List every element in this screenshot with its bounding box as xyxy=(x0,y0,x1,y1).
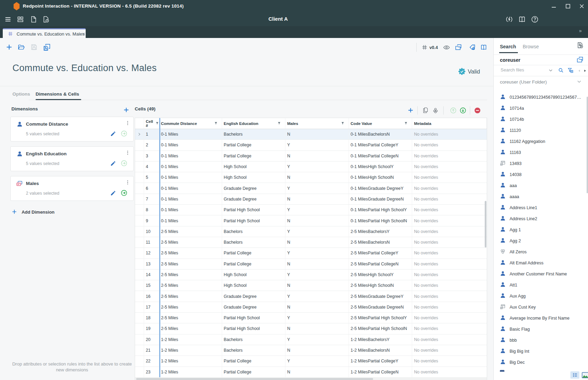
filter-funnel-icon[interactable] xyxy=(277,121,281,126)
documentation-icon[interactable] xyxy=(518,16,526,25)
table-row[interactable]: 231-2 MilesPartial CollegeN1-2 MilesPart… xyxy=(135,367,487,378)
table-row[interactable]: 70-1 MilesGraduate DegreeN0-1 MilesGradu… xyxy=(135,194,487,205)
folder-group-header[interactable]: coreuser (User Folder) xyxy=(500,79,547,85)
table-row[interactable]: 172-5 MilesGraduate DegreeN2-5 MilesGrad… xyxy=(135,302,487,313)
save-as-button[interactable] xyxy=(43,43,51,52)
file-list-item[interactable]: All Zeros xyxy=(494,246,586,257)
minimize-button[interactable] xyxy=(549,3,559,11)
move-cell-up-button[interactable] xyxy=(450,107,457,115)
horizontal-scrollbar[interactable] xyxy=(135,377,487,380)
prev-result-icon[interactable] xyxy=(577,68,581,74)
table-row[interactable]: 10-1 MilesBachelorsN0-1 MilesBachelorsNN… xyxy=(135,129,487,140)
vertical-scrollbar[interactable] xyxy=(485,201,486,247)
table-row[interactable]: 221-2 MilesPartial CollegeY1-2 MilesPart… xyxy=(135,356,487,367)
copy-cells-icon[interactable] xyxy=(422,107,429,115)
file-list-item[interactable]: Aux Cust Key xyxy=(494,302,586,313)
add-cell-button[interactable] xyxy=(407,107,414,115)
table-row[interactable]: 122-5 MilesPartial CollegeY2-5 MilesPart… xyxy=(135,248,487,259)
go-to-dimension-icon[interactable] xyxy=(121,160,127,168)
file-list-item[interactable]: 13493 xyxy=(494,158,586,169)
file-list-item[interactable]: Average Income By First Name xyxy=(494,313,586,324)
table-row[interactable]: 60-1 MilesGraduate DegreeY0-1 MilesGradu… xyxy=(135,183,487,194)
help-icon[interactable] xyxy=(531,16,539,25)
column-header-males[interactable]: Males xyxy=(285,118,349,129)
tab-options[interactable]: Options xyxy=(12,91,30,97)
column-header-commute-distance[interactable]: Commute Distance xyxy=(159,118,222,129)
edit-pencil-icon[interactable] xyxy=(110,190,116,197)
move-cell-down-button[interactable] xyxy=(459,107,466,115)
dimension-card-commute-distance[interactable]: Commute Distance 5 values selected xyxy=(10,117,134,142)
recent-files-icon[interactable] xyxy=(42,16,50,25)
table-row[interactable]: 132-5 MilesPartial CollegeN2-5 MilesPart… xyxy=(135,259,487,270)
tag-database-icon[interactable] xyxy=(469,44,476,52)
document-icon[interactable] xyxy=(30,16,37,25)
matrix-version-icon[interactable] xyxy=(421,44,428,52)
column-header-cell-[interactable]: Cell # xyxy=(144,118,159,129)
file-list-item[interactable]: 0123456789012345678901234567890123456789… xyxy=(494,92,586,103)
column-header-english-education[interactable]: English Education xyxy=(222,118,286,129)
row-expander-icon[interactable] xyxy=(135,129,144,139)
table-row[interactable]: 112-5 MilesBachelorsN2-5 MilesBachelorsN… xyxy=(135,237,487,248)
collapse-folder-chevron-icon[interactable] xyxy=(577,79,582,86)
file-list-item[interactable]: aaaa xyxy=(494,191,586,202)
open-button[interactable] xyxy=(18,43,25,52)
image-view-toggle[interactable] xyxy=(581,371,588,379)
preview-eye-icon[interactable] xyxy=(443,44,450,52)
file-list-item[interactable]: Aux Agg xyxy=(494,291,586,302)
filter-results-icon[interactable] xyxy=(568,67,573,75)
file-list-item[interactable]: Basic Flag xyxy=(494,324,586,335)
kebab-menu-icon[interactable] xyxy=(125,179,131,187)
search-query[interactable]: coreuser xyxy=(500,57,520,63)
table-row[interactable]: 162-5 MilesGraduate DegreeY2-5 MilesGrad… xyxy=(135,291,487,302)
file-list-item[interactable]: Big Dec xyxy=(494,357,586,368)
sidebar-tab-browse[interactable]: Browse xyxy=(523,44,539,49)
table-row[interactable]: 142-5 MilesHigh SchoolY2-5 MilesHigh Sch… xyxy=(135,270,487,280)
edit-pencil-icon[interactable] xyxy=(110,160,116,168)
file-list-item[interactable]: Big Big Int xyxy=(494,346,586,357)
dimension-card-english-education[interactable]: English Education 5 values selected xyxy=(10,146,134,171)
table-row[interactable]: 182-5 MilesPartial High SchoolY2-5 Miles… xyxy=(135,313,487,323)
search-options-chevron-icon[interactable] xyxy=(548,68,553,74)
filter-funnel-icon[interactable] xyxy=(341,121,344,126)
file-list-item[interactable]: Another Customer First Name xyxy=(494,269,586,280)
search-files-input[interactable] xyxy=(500,67,548,73)
file-list-item[interactable]: bbb xyxy=(494,335,586,346)
connection-icon[interactable] xyxy=(505,16,513,25)
new-button[interactable] xyxy=(6,43,13,52)
table-row[interactable]: 20-1 MilesPartial CollegeY0-1 MilesParti… xyxy=(135,140,487,150)
kebab-menu-icon[interactable] xyxy=(125,120,131,127)
sidebar-tab-search[interactable]: Search xyxy=(500,44,516,49)
list-view-toggle[interactable] xyxy=(570,371,579,379)
save-button[interactable] xyxy=(30,43,38,52)
tab-overflow-chevron[interactable]: » xyxy=(579,28,582,33)
dimension-card-males[interactable]: Males 2 values selected xyxy=(10,176,134,201)
file-list-item[interactable]: Att1 xyxy=(494,280,586,291)
file-list-item[interactable]: 11120 xyxy=(494,125,586,136)
tab-commute-vs-education-vs-males[interactable]: Commute vs. Education vs. Males xyxy=(3,28,86,39)
edit-pencil-icon[interactable] xyxy=(110,131,116,138)
filter-funnel-icon[interactable] xyxy=(404,121,408,126)
column-header-metadata[interactable]: Metadata xyxy=(412,118,487,129)
file-list-item[interactable]: Agg 2 xyxy=(494,235,586,246)
main-menu-button[interactable] xyxy=(4,16,12,25)
column-header-code-value[interactable]: Code Value xyxy=(349,118,412,129)
table-row[interactable]: 152-5 MilesHigh SchoolN2-5 MilesHigh Sch… xyxy=(135,280,487,291)
generate-cells-icon[interactable] xyxy=(432,107,439,115)
sidebar-scrollbar[interactable] xyxy=(587,97,588,193)
folder-copy-icon[interactable] xyxy=(455,44,462,52)
reference-book-icon[interactable] xyxy=(480,44,487,52)
table-row[interactable]: 201-2 MilesBachelorsY1-2 MilesBachelorsY… xyxy=(135,334,487,345)
table-row[interactable]: 192-5 MilesPartial High SchoolN2-5 Miles… xyxy=(135,323,487,334)
go-to-dimension-icon[interactable] xyxy=(121,189,127,198)
file-list-item[interactable]: Agg 1 xyxy=(494,224,586,235)
next-result-icon[interactable] xyxy=(583,68,587,74)
open-file-copy-icon[interactable] xyxy=(577,56,584,65)
search-icon[interactable] xyxy=(558,67,564,75)
go-to-dimension-icon[interactable] xyxy=(121,130,127,138)
version-label[interactable]: v0.4 xyxy=(429,45,438,50)
file-list-item[interactable]: Address Line2 xyxy=(494,213,586,224)
layouts-icon[interactable] xyxy=(17,16,24,25)
kebab-menu-icon[interactable] xyxy=(125,150,131,157)
filter-funnel-icon[interactable] xyxy=(155,121,159,126)
file-list-item[interactable]: 11162 Aggregation xyxy=(494,136,586,147)
